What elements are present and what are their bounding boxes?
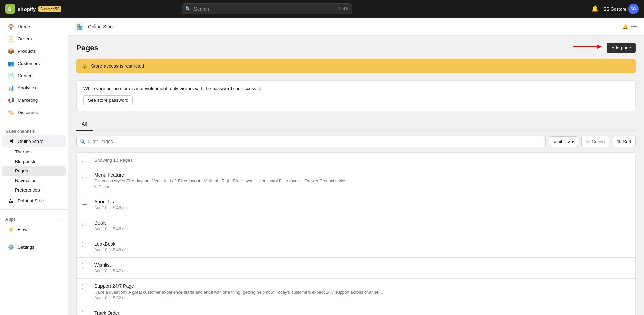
page-row[interactable]: LookBook Aug 10 at 5:48 am: [77, 236, 635, 258]
filter-search: 🔍: [76, 136, 546, 147]
sidebar-item-products[interactable]: 📦 Products: [2, 45, 66, 57]
sidebar-item-label: Home: [18, 24, 30, 29]
page-checkbox-col: [82, 172, 94, 179]
sidebar-item-discounts[interactable]: 🏷️ Discounts: [2, 106, 66, 118]
warning-body-text: While your online store is in developmen…: [83, 86, 629, 91]
user-menu[interactable]: SS Gostore SG: [603, 4, 639, 14]
sidebar-item-flow[interactable]: ⚡ Flow: [2, 223, 66, 235]
sidebar-sub-preferences[interactable]: Preferences: [2, 185, 66, 195]
sidebar-item-orders[interactable]: 📋 Orders: [2, 33, 66, 45]
page-desc: Collection styles Filter layout - Vertic…: [94, 179, 401, 183]
sidebar-item-content[interactable]: 📄 Content: [2, 70, 66, 82]
sidebar-item-label: Products: [18, 49, 36, 54]
page-name: Track Order: [94, 310, 630, 315]
tabs-row: All: [76, 118, 636, 131]
page-date: 3:21 am: [94, 184, 630, 189]
page-checkbox-col: [82, 220, 94, 227]
page-name: About Us: [94, 199, 630, 204]
list-header-row: Showing 10 Pages: [77, 153, 635, 167]
sidebar-item-online-store[interactable]: 🖥 Online Store: [2, 135, 66, 147]
page-checkbox-col: [82, 262, 94, 269]
page-row[interactable]: Deals Aug 10 at 5:48 am: [77, 215, 635, 236]
showing-count: Showing 10 Pages: [94, 158, 133, 163]
warning-banner: 🔒 Store access is restricted: [76, 59, 636, 73]
pages-list-card: Showing 10 Pages Menu Feature Collection…: [76, 152, 636, 315]
more-options-icon[interactable]: •••: [631, 23, 637, 30]
page-row[interactable]: Support 24/7 Page Have a question? A gre…: [77, 279, 635, 305]
page-checkbox[interactable]: [82, 284, 87, 289]
sort-button[interactable]: ⇅ Sort: [613, 136, 636, 147]
page-info: Menu Feature Collection styles Filter la…: [94, 172, 630, 189]
see-store-password-button[interactable]: See store password: [83, 95, 133, 105]
sidebar-item-marketing[interactable]: 📢 Marketing: [2, 94, 66, 106]
svg-text:S: S: [8, 6, 11, 12]
visibility-filter-button[interactable]: Visibility ▾: [549, 136, 578, 147]
select-all-checkbox[interactable]: [82, 157, 87, 162]
page-row[interactable]: About Us Aug 10 at 5:48 am: [77, 194, 635, 215]
sidebar-sub-pages[interactable]: Pages: [2, 166, 66, 176]
page-name: LookBook: [94, 241, 630, 247]
page-title: Pages: [76, 44, 98, 52]
sidebar-item-pos[interactable]: 🖨 Point of Sale: [2, 195, 66, 206]
page-checkbox[interactable]: [82, 173, 87, 178]
marketing-icon: 📢: [7, 97, 14, 103]
tab-all[interactable]: All: [76, 118, 93, 131]
sidebar-item-label: Marketing: [18, 98, 38, 103]
chevron-right-icon[interactable]: ›: [61, 129, 62, 134]
page-checkbox-col: [82, 283, 94, 290]
store-name-label: SS Gostore: [603, 6, 626, 12]
page-row[interactable]: Wishlist Aug 10 at 5:47 am: [77, 258, 635, 279]
page-info: Deals Aug 10 at 5:48 am: [94, 220, 630, 231]
sidebar-divider: [0, 121, 68, 121]
app-body: 🏠 Home 📋 Orders 📦 Products 👥 Customers 📄…: [0, 18, 644, 315]
sidebar-item-settings[interactable]: ⚙️ Settings: [2, 241, 66, 253]
page-checkbox[interactable]: [82, 200, 87, 205]
search-icon: 🔍: [185, 6, 191, 12]
sidebar-sub-themes[interactable]: Themes: [2, 147, 66, 156]
page-checkbox[interactable]: [82, 263, 87, 268]
page-date: Aug 10 at 5:48 am: [94, 248, 630, 252]
page-row[interactable]: Menu Feature Collection styles Filter la…: [77, 167, 635, 194]
sidebar-sub-navigation[interactable]: Navigation: [2, 176, 66, 185]
sidebar-item-label: Point of Sale: [18, 198, 44, 203]
page-info: Support 24/7 Page Have a question? A gre…: [94, 283, 630, 300]
preferences-label: Preferences: [15, 187, 40, 193]
summer-badge: Summer '23: [38, 6, 61, 12]
flow-icon: ⚡: [7, 226, 14, 233]
page-info: Wishlist Aug 10 at 5:47 am: [94, 262, 630, 273]
search-input[interactable]: [182, 3, 352, 14]
sidebar: 🏠 Home 📋 Orders 📦 Products 👥 Customers 📄…: [0, 18, 68, 315]
sidebar-item-home[interactable]: 🏠 Home: [2, 21, 66, 33]
bell-icon[interactable]: 🔔: [622, 24, 628, 29]
add-page-button[interactable]: Add page: [607, 43, 636, 53]
page-info: Track Order: [94, 310, 630, 315]
main-content: 🏪 Online Store 🔔 ••• Pages Add page: [68, 18, 644, 315]
sidebar-item-customers[interactable]: 👥 Customers: [2, 57, 66, 69]
avatar: SG: [628, 4, 639, 14]
sidebar-item-analytics[interactable]: 📊 Analytics: [2, 82, 66, 94]
page-checkbox[interactable]: [82, 311, 87, 315]
filter-search-icon: 🔍: [80, 139, 85, 144]
sidebar-divider-2: [0, 209, 68, 210]
apps-header: Apps ›: [0, 212, 68, 223]
page-checkbox[interactable]: [82, 242, 87, 247]
shopify-logo[interactable]: S shopify Summer '23: [5, 4, 61, 14]
channel-title: Online Store: [88, 24, 114, 29]
page-checkbox-col: [82, 241, 94, 248]
sort-icon: ⇅: [617, 139, 621, 144]
page-date: Aug 10 at 5:48 am: [94, 205, 630, 210]
orders-icon: 📋: [7, 36, 14, 42]
page-checkbox[interactable]: [82, 221, 87, 226]
pages-top: Pages Add page: [76, 43, 636, 53]
visibility-label: Visibility: [553, 139, 570, 144]
apps-chevron-icon[interactable]: ›: [61, 217, 62, 222]
arrow-annotation: [571, 40, 602, 53]
select-all-checkbox-col: [82, 157, 94, 163]
notification-button[interactable]: 🔔: [590, 4, 600, 14]
search-bar[interactable]: 🔍 Ctrl K: [182, 3, 352, 14]
filter-pages-input[interactable]: [76, 136, 546, 147]
saved-button[interactable]: ☆ Saved: [581, 136, 609, 147]
page-row[interactable]: Track Order: [77, 305, 635, 315]
sidebar-sub-blog-posts[interactable]: Blog posts: [2, 157, 66, 166]
products-icon: 📦: [7, 48, 14, 54]
